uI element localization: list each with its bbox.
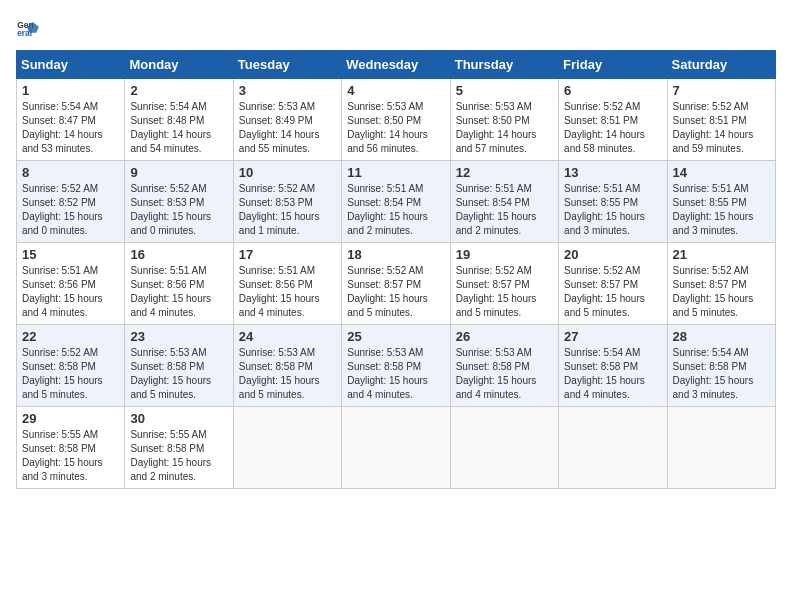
day-number: 6 [564, 83, 661, 98]
day-number: 20 [564, 247, 661, 262]
cell-info: Sunrise: 5:53 AMSunset: 8:50 PMDaylight:… [456, 100, 553, 156]
calendar-cell: 7Sunrise: 5:52 AMSunset: 8:51 PMDaylight… [667, 79, 775, 161]
cell-info: Sunrise: 5:51 AMSunset: 8:55 PMDaylight:… [564, 182, 661, 238]
calendar-cell: 5Sunrise: 5:53 AMSunset: 8:50 PMDaylight… [450, 79, 558, 161]
calendar-cell [559, 407, 667, 489]
calendar-cell: 26Sunrise: 5:53 AMSunset: 8:58 PMDayligh… [450, 325, 558, 407]
cell-info: Sunrise: 5:55 AMSunset: 8:58 PMDaylight:… [130, 428, 227, 484]
cell-info: Sunrise: 5:52 AMSunset: 8:57 PMDaylight:… [564, 264, 661, 320]
cell-info: Sunrise: 5:54 AMSunset: 8:58 PMDaylight:… [673, 346, 770, 402]
day-header-sunday: Sunday [17, 51, 125, 79]
calendar-cell: 16Sunrise: 5:51 AMSunset: 8:56 PMDayligh… [125, 243, 233, 325]
day-number: 5 [456, 83, 553, 98]
day-number: 14 [673, 165, 770, 180]
day-number: 27 [564, 329, 661, 344]
day-number: 4 [347, 83, 444, 98]
cell-info: Sunrise: 5:54 AMSunset: 8:58 PMDaylight:… [564, 346, 661, 402]
calendar-cell: 21Sunrise: 5:52 AMSunset: 8:57 PMDayligh… [667, 243, 775, 325]
day-header-monday: Monday [125, 51, 233, 79]
calendar-cell: 2Sunrise: 5:54 AMSunset: 8:48 PMDaylight… [125, 79, 233, 161]
calendar-cell: 10Sunrise: 5:52 AMSunset: 8:53 PMDayligh… [233, 161, 341, 243]
cell-info: Sunrise: 5:54 AMSunset: 8:47 PMDaylight:… [22, 100, 119, 156]
day-number: 24 [239, 329, 336, 344]
cell-info: Sunrise: 5:53 AMSunset: 8:49 PMDaylight:… [239, 100, 336, 156]
cell-info: Sunrise: 5:51 AMSunset: 8:54 PMDaylight:… [347, 182, 444, 238]
calendar-cell: 19Sunrise: 5:52 AMSunset: 8:57 PMDayligh… [450, 243, 558, 325]
day-number: 26 [456, 329, 553, 344]
calendar-cell [342, 407, 450, 489]
page-header: Gen eral [16, 16, 776, 40]
day-number: 17 [239, 247, 336, 262]
calendar-cell: 4Sunrise: 5:53 AMSunset: 8:50 PMDaylight… [342, 79, 450, 161]
cell-info: Sunrise: 5:51 AMSunset: 8:54 PMDaylight:… [456, 182, 553, 238]
calendar-cell: 17Sunrise: 5:51 AMSunset: 8:56 PMDayligh… [233, 243, 341, 325]
calendar-cell: 28Sunrise: 5:54 AMSunset: 8:58 PMDayligh… [667, 325, 775, 407]
logo-icon: Gen eral [16, 16, 40, 40]
day-header-wednesday: Wednesday [342, 51, 450, 79]
calendar-cell: 30Sunrise: 5:55 AMSunset: 8:58 PMDayligh… [125, 407, 233, 489]
calendar-cell: 1Sunrise: 5:54 AMSunset: 8:47 PMDaylight… [17, 79, 125, 161]
cell-info: Sunrise: 5:52 AMSunset: 8:53 PMDaylight:… [239, 182, 336, 238]
calendar-cell: 12Sunrise: 5:51 AMSunset: 8:54 PMDayligh… [450, 161, 558, 243]
calendar-cell [450, 407, 558, 489]
day-number: 28 [673, 329, 770, 344]
cell-info: Sunrise: 5:55 AMSunset: 8:58 PMDaylight:… [22, 428, 119, 484]
calendar-cell: 22Sunrise: 5:52 AMSunset: 8:58 PMDayligh… [17, 325, 125, 407]
day-number: 30 [130, 411, 227, 426]
calendar-cell: 25Sunrise: 5:53 AMSunset: 8:58 PMDayligh… [342, 325, 450, 407]
calendar-cell: 18Sunrise: 5:52 AMSunset: 8:57 PMDayligh… [342, 243, 450, 325]
calendar-cell: 11Sunrise: 5:51 AMSunset: 8:54 PMDayligh… [342, 161, 450, 243]
day-number: 3 [239, 83, 336, 98]
day-number: 2 [130, 83, 227, 98]
calendar-table: SundayMondayTuesdayWednesdayThursdayFrid… [16, 50, 776, 489]
logo: Gen eral [16, 16, 44, 40]
calendar-cell: 8Sunrise: 5:52 AMSunset: 8:52 PMDaylight… [17, 161, 125, 243]
day-number: 8 [22, 165, 119, 180]
day-number: 25 [347, 329, 444, 344]
day-number: 15 [22, 247, 119, 262]
cell-info: Sunrise: 5:53 AMSunset: 8:58 PMDaylight:… [347, 346, 444, 402]
calendar-cell: 15Sunrise: 5:51 AMSunset: 8:56 PMDayligh… [17, 243, 125, 325]
calendar-cell: 3Sunrise: 5:53 AMSunset: 8:49 PMDaylight… [233, 79, 341, 161]
cell-info: Sunrise: 5:52 AMSunset: 8:57 PMDaylight:… [456, 264, 553, 320]
day-number: 21 [673, 247, 770, 262]
calendar-cell: 20Sunrise: 5:52 AMSunset: 8:57 PMDayligh… [559, 243, 667, 325]
day-number: 19 [456, 247, 553, 262]
cell-info: Sunrise: 5:52 AMSunset: 8:57 PMDaylight:… [347, 264, 444, 320]
cell-info: Sunrise: 5:51 AMSunset: 8:56 PMDaylight:… [130, 264, 227, 320]
day-number: 29 [22, 411, 119, 426]
day-number: 10 [239, 165, 336, 180]
day-header-tuesday: Tuesday [233, 51, 341, 79]
day-header-saturday: Saturday [667, 51, 775, 79]
cell-info: Sunrise: 5:51 AMSunset: 8:56 PMDaylight:… [239, 264, 336, 320]
day-number: 11 [347, 165, 444, 180]
cell-info: Sunrise: 5:53 AMSunset: 8:58 PMDaylight:… [456, 346, 553, 402]
day-number: 13 [564, 165, 661, 180]
calendar-cell [667, 407, 775, 489]
day-number: 18 [347, 247, 444, 262]
calendar-cell: 9Sunrise: 5:52 AMSunset: 8:53 PMDaylight… [125, 161, 233, 243]
calendar-cell: 14Sunrise: 5:51 AMSunset: 8:55 PMDayligh… [667, 161, 775, 243]
cell-info: Sunrise: 5:51 AMSunset: 8:56 PMDaylight:… [22, 264, 119, 320]
day-header-thursday: Thursday [450, 51, 558, 79]
cell-info: Sunrise: 5:52 AMSunset: 8:57 PMDaylight:… [673, 264, 770, 320]
day-header-friday: Friday [559, 51, 667, 79]
calendar-cell: 23Sunrise: 5:53 AMSunset: 8:58 PMDayligh… [125, 325, 233, 407]
cell-info: Sunrise: 5:52 AMSunset: 8:51 PMDaylight:… [564, 100, 661, 156]
cell-info: Sunrise: 5:54 AMSunset: 8:48 PMDaylight:… [130, 100, 227, 156]
calendar-cell: 29Sunrise: 5:55 AMSunset: 8:58 PMDayligh… [17, 407, 125, 489]
cell-info: Sunrise: 5:52 AMSunset: 8:53 PMDaylight:… [130, 182, 227, 238]
cell-info: Sunrise: 5:52 AMSunset: 8:58 PMDaylight:… [22, 346, 119, 402]
cell-info: Sunrise: 5:53 AMSunset: 8:58 PMDaylight:… [239, 346, 336, 402]
calendar-cell [233, 407, 341, 489]
cell-info: Sunrise: 5:51 AMSunset: 8:55 PMDaylight:… [673, 182, 770, 238]
calendar-cell: 24Sunrise: 5:53 AMSunset: 8:58 PMDayligh… [233, 325, 341, 407]
calendar-cell: 6Sunrise: 5:52 AMSunset: 8:51 PMDaylight… [559, 79, 667, 161]
day-number: 22 [22, 329, 119, 344]
day-number: 16 [130, 247, 227, 262]
cell-info: Sunrise: 5:52 AMSunset: 8:52 PMDaylight:… [22, 182, 119, 238]
day-number: 9 [130, 165, 227, 180]
cell-info: Sunrise: 5:53 AMSunset: 8:58 PMDaylight:… [130, 346, 227, 402]
day-number: 7 [673, 83, 770, 98]
day-number: 23 [130, 329, 227, 344]
